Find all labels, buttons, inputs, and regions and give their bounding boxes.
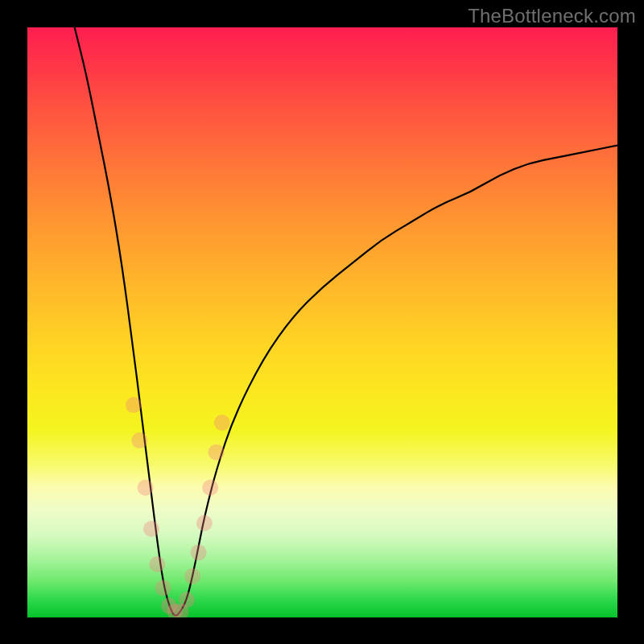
marker-dot (179, 592, 195, 608)
marker-dot (155, 580, 171, 596)
marker-dot (138, 480, 154, 496)
watermark-text: TheBottleneck.com (468, 5, 636, 27)
marker-dot (143, 521, 159, 537)
valley-markers (126, 397, 230, 617)
chart-frame: TheBottleneck.com (0, 0, 644, 644)
curve-svg (27, 27, 617, 617)
marker-dot (149, 556, 165, 572)
plot-area (27, 27, 617, 617)
marker-dot (126, 397, 142, 413)
marker-dot (184, 568, 200, 584)
marker-dot (202, 480, 218, 496)
marker-dot (214, 415, 230, 431)
marker-dot (208, 444, 225, 460)
marker-dot (131, 432, 147, 448)
marker-dot (191, 544, 207, 560)
marker-dot (196, 515, 213, 531)
